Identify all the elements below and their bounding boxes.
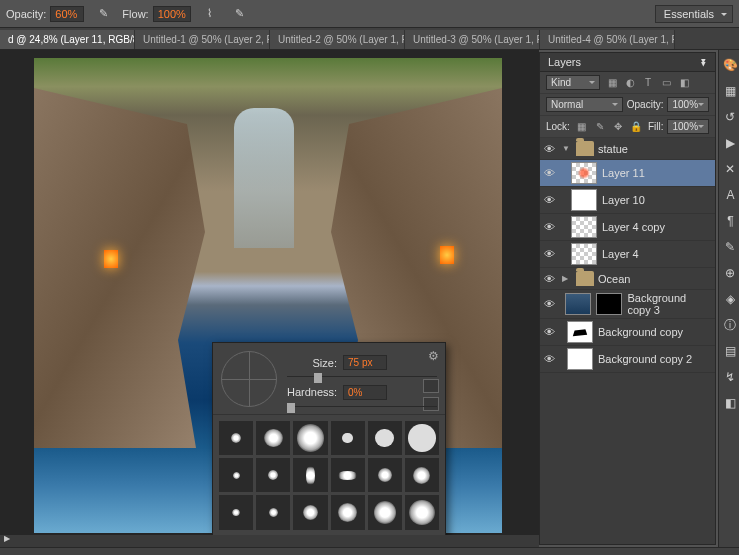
brush-preset[interactable] <box>331 421 365 455</box>
brush-preset[interactable] <box>368 421 402 455</box>
brush-preset[interactable] <box>219 495 253 529</box>
history-panel-icon[interactable]: ↺ <box>719 106 739 128</box>
paragraph-panel-icon[interactable]: ¶ <box>719 210 739 232</box>
flow-value[interactable]: 100% <box>153 6 191 22</box>
pressure-opacity-icon[interactable]: ✎ <box>92 4 114 24</box>
brush-preset[interactable] <box>331 458 365 492</box>
chevron-down-icon[interactable]: ▼ <box>562 144 572 153</box>
chevron-right-icon[interactable]: ▶ <box>562 274 572 283</box>
brush-preset[interactable] <box>331 495 365 529</box>
tab-3[interactable]: Untitled-3 @ 50% (Layer 1, R...× <box>405 30 540 49</box>
visibility-icon[interactable]: 👁 <box>544 326 558 338</box>
brushes-panel-icon[interactable]: ✎ <box>719 236 739 258</box>
brush-preset[interactable] <box>405 495 439 529</box>
swatches-panel-icon[interactable]: ▦ <box>719 80 739 102</box>
flow-field: Flow: 100% <box>122 6 190 22</box>
paths-panel-icon[interactable]: ↯ <box>719 366 739 388</box>
clone-panel-icon[interactable]: ⊕ <box>719 262 739 284</box>
layer-mask-thumbnail[interactable] <box>596 293 622 315</box>
visibility-icon[interactable]: 👁 <box>544 143 558 155</box>
properties-panel-icon[interactable]: ✕ <box>719 158 739 180</box>
brush-preset[interactable] <box>293 421 327 455</box>
visibility-icon[interactable]: 👁 <box>544 167 558 179</box>
tab-1[interactable]: Untitled-1 @ 50% (Layer 2, R...× <box>135 30 270 49</box>
brush-angle-control[interactable] <box>221 351 277 407</box>
visibility-icon[interactable]: 👁 <box>544 194 558 206</box>
character-panel-icon[interactable]: A <box>719 184 739 206</box>
layer-group[interactable]: 👁 ▼ statue <box>540 138 715 160</box>
airbrush-icon[interactable]: ⌇ <box>199 4 221 24</box>
opacity-value[interactable]: 60% <box>50 6 84 22</box>
layer-row[interactable]: 👁 Layer 10 <box>540 187 715 214</box>
gear-icon[interactable]: ⚙ <box>428 349 439 363</box>
layer-group[interactable]: 👁 ▶ Ocean <box>540 268 715 290</box>
visibility-icon[interactable]: 👁 <box>544 273 558 285</box>
pressure-size-icon[interactable]: ✎ <box>229 4 251 24</box>
layer-thumbnail[interactable] <box>571 189 597 211</box>
layer-row[interactable]: 👁 Layer 4 <box>540 241 715 268</box>
hardness-slider[interactable] <box>287 406 437 407</box>
layer-thumbnail[interactable] <box>571 243 597 265</box>
blend-mode-select[interactable]: Normal <box>546 97 623 112</box>
layer-opacity-value[interactable]: 100% <box>667 97 709 112</box>
layer-row[interactable]: 👁 Background copy 3 <box>540 290 715 319</box>
tab-0[interactable]: d @ 24,8% (Layer 11, RGB/8#) *× <box>0 30 135 49</box>
panel-menu-icon[interactable]: ▸▸ <box>699 59 709 65</box>
layer-row[interactable]: 👁 Layer 4 copy <box>540 214 715 241</box>
layer-row[interactable]: 👁 Background copy <box>540 319 715 346</box>
hardness-value[interactable]: 0% <box>343 385 387 400</box>
flow-label: Flow: <box>122 8 148 20</box>
lock-all-icon[interactable]: 🔒 <box>628 120 644 134</box>
channels-panel-icon[interactable]: ▤ <box>719 340 739 362</box>
layer-row[interactable]: 👁 Background copy 2 <box>540 346 715 373</box>
layers-panel-header[interactable]: Layers ▸▸ <box>540 53 715 72</box>
filter-smart-icon[interactable]: ◧ <box>676 76 692 90</box>
filter-type-icon[interactable]: T <box>640 76 656 90</box>
brush-preset[interactable] <box>219 421 253 455</box>
lock-position-icon[interactable]: ✥ <box>610 120 626 134</box>
brush-preset[interactable] <box>405 458 439 492</box>
filter-kind-select[interactable]: Kind <box>546 75 600 90</box>
color-panel-icon[interactable]: 🎨 <box>719 54 739 76</box>
info-panel-icon[interactable]: ⓘ <box>719 314 739 336</box>
filter-pixel-icon[interactable]: ▦ <box>604 76 620 90</box>
lock-transparent-icon[interactable]: ▦ <box>574 120 590 134</box>
opacity-label: Opacity: <box>627 99 664 110</box>
navigator-panel-icon[interactable]: ◈ <box>719 288 739 310</box>
brush-preset[interactable] <box>368 495 402 529</box>
visibility-icon[interactable]: 👁 <box>544 221 558 233</box>
brush-preset[interactable] <box>405 421 439 455</box>
size-value[interactable]: 75 px <box>343 355 387 370</box>
layers-panel-icon[interactable]: ◧ <box>719 392 739 414</box>
layer-fill-value[interactable]: 100% <box>667 119 709 134</box>
new-preset-icon[interactable] <box>423 379 439 393</box>
visibility-icon[interactable]: 👁 <box>544 248 558 260</box>
canvas-area[interactable]: ⚙ Size: 75 px Hardness: 0% <box>0 50 539 547</box>
size-label: Size: <box>287 357 337 369</box>
tab-2[interactable]: Untitled-2 @ 50% (Layer 1, R...× <box>270 30 405 49</box>
brush-preset[interactable] <box>293 458 327 492</box>
brush-preset[interactable] <box>256 495 290 529</box>
filter-shape-icon[interactable]: ▭ <box>658 76 674 90</box>
horizontal-scrollbar[interactable] <box>0 535 539 547</box>
brush-preset[interactable] <box>368 458 402 492</box>
filter-adjust-icon[interactable]: ◐ <box>622 76 638 90</box>
layer-thumbnail[interactable] <box>567 348 593 370</box>
layer-thumbnail[interactable] <box>571 162 597 184</box>
size-slider[interactable] <box>287 376 437 377</box>
brush-preset[interactable] <box>293 495 327 529</box>
brush-preset[interactable] <box>256 458 290 492</box>
layer-thumbnail[interactable] <box>571 216 597 238</box>
brush-preset[interactable] <box>219 458 253 492</box>
layer-thumbnail[interactable] <box>565 293 591 315</box>
layer-row[interactable]: 👁 Layer 11 <box>540 160 715 187</box>
toggle-icon[interactable] <box>423 397 439 411</box>
tab-4[interactable]: Untitled-4 @ 50% (Layer 1, R...× <box>540 30 675 49</box>
brush-preset[interactable] <box>256 421 290 455</box>
lock-pixels-icon[interactable]: ✎ <box>592 120 608 134</box>
workspace-switcher[interactable]: Essentials <box>655 5 733 23</box>
visibility-icon[interactable]: 👁 <box>544 298 556 310</box>
visibility-icon[interactable]: 👁 <box>544 353 558 365</box>
actions-panel-icon[interactable]: ▶ <box>719 132 739 154</box>
layer-thumbnail[interactable] <box>567 321 593 343</box>
